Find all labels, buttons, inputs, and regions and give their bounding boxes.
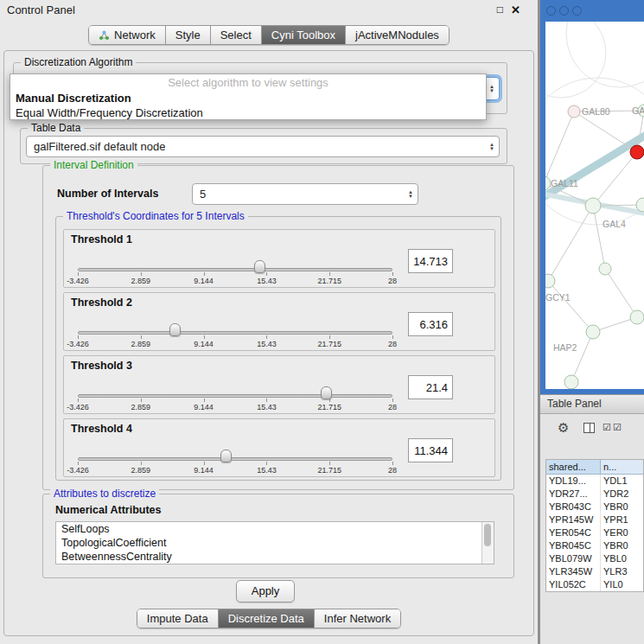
network-node[interactable]	[545, 274, 555, 288]
select-columns-checkbox-icon[interactable]: ☑	[613, 422, 622, 433]
tick-mark	[329, 335, 330, 339]
bottom-tab-segment: Impute DataDiscretize DataInfer Network	[137, 609, 401, 628]
network-edge[interactable]	[545, 112, 574, 183]
scrollbar[interactable]	[481, 522, 494, 564]
network-edge[interactable]	[548, 281, 593, 332]
thresholds-group: Threshold's Coordinates for 5 Intervals …	[55, 216, 501, 481]
tab-impute-data[interactable]: Impute Data	[137, 609, 219, 628]
slider-thumb[interactable]	[169, 323, 181, 336]
network-edge[interactable]	[574, 112, 637, 152]
table-cell-shared-name[interactable]: YPR145W	[546, 513, 601, 526]
table-row[interactable]: YLR345WYLR3	[546, 565, 643, 578]
table-cell-name[interactable]: YIL0	[601, 578, 643, 591]
attribute-item-betweennesscentrality[interactable]: BetweennessCentrality	[56, 550, 494, 564]
combo-stepper-icon: ▲ ▼	[489, 137, 494, 156]
tab-label: Discretize Data	[228, 612, 304, 625]
threshold-value-field[interactable]: 21.4	[408, 375, 453, 399]
threshold-slider-4[interactable]: -3.4262.8599.14415.4321.71528	[64, 445, 406, 476]
table-row[interactable]: YDL19...YDL1	[546, 475, 643, 488]
zoom-window-icon[interactable]	[572, 6, 582, 16]
close-panel-icon[interactable]: ✕	[511, 3, 520, 16]
table-row[interactable]: YBL079WYBL0	[546, 552, 643, 565]
tab-infer-network[interactable]: Infer Network	[315, 609, 400, 628]
table-row[interactable]: YDR27...YDR2	[546, 488, 643, 501]
column-header-name[interactable]: n...	[601, 460, 643, 475]
table-cell-shared-name[interactable]: YLR345W	[546, 565, 601, 578]
table-cell-name[interactable]: YBR0	[601, 539, 643, 552]
table-row[interactable]: YBR043CYBR0	[546, 501, 643, 513]
tab-style[interactable]: Style	[166, 26, 211, 44]
network-canvas[interactable]: GAL80GAGAL11GAL4GCY1HAP2	[545, 22, 644, 389]
network-edge[interactable]	[605, 269, 637, 317]
threshold-value-field[interactable]: 14.713	[408, 249, 453, 273]
network-edge[interactable]	[548, 206, 593, 281]
threshold-slider-1[interactable]: -3.4262.8599.14415.4321.71528	[64, 256, 406, 287]
table-cell-shared-name[interactable]: YBL079W	[546, 552, 601, 565]
threshold-value-field[interactable]: 11.344	[408, 438, 453, 462]
tab-jactivemnodules[interactable]: jActiveMNodules	[346, 26, 449, 44]
table-cell-name[interactable]: YPR1	[601, 513, 643, 526]
tab-discretize-data[interactable]: Discretize Data	[219, 609, 315, 628]
network-edge[interactable]	[571, 332, 593, 382]
table-data-combobox[interactable]: galFiltered.sif default node ▲ ▼	[26, 136, 500, 157]
table-cell-name[interactable]: YBL0	[601, 552, 643, 565]
attribute-item-topologicalcoefficient[interactable]: TopologicalCoefficient	[56, 536, 494, 550]
table-cell-shared-name[interactable]: YDL19...	[546, 475, 601, 488]
table-cell-shared-name[interactable]: YBR043C	[546, 501, 601, 513]
select-all-checkbox-icon[interactable]: ☑	[603, 422, 611, 433]
table-row[interactable]: YBR045CYBR0	[546, 539, 643, 552]
slider-thumb[interactable]	[220, 450, 232, 462]
table-cell-name[interactable]: YLR3	[601, 565, 643, 578]
numerical-attributes-list[interactable]: SelfLoopsTopologicalCoefficientBetweenne…	[55, 521, 494, 564]
table-cell-shared-name[interactable]: YIL052C	[546, 578, 601, 591]
table-cell-name[interactable]: YDR2	[601, 488, 643, 501]
group-title-attributes: Attributes to discretize	[50, 488, 159, 500]
dropdown-option-equal-width-frequency[interactable]: Equal Width/Frequency Discretization	[10, 105, 486, 120]
network-node[interactable]	[564, 375, 578, 389]
column-header-shared-name[interactable]: shared...	[546, 460, 601, 475]
tick-label: -3.426	[67, 277, 89, 285]
close-window-icon[interactable]	[546, 6, 556, 16]
slider-track	[78, 331, 392, 335]
threshold-slider-3[interactable]: -3.4262.8599.14415.4321.71528	[64, 382, 406, 413]
network-node[interactable]	[568, 105, 580, 118]
attribute-item-selfloops[interactable]: SelfLoops	[56, 522, 494, 536]
network-node[interactable]	[599, 263, 611, 275]
network-node[interactable]	[630, 145, 644, 159]
scrollbar-thumb[interactable]	[484, 524, 491, 546]
dropdown-option-manual-discretization[interactable]: Manual Discretization	[10, 91, 486, 105]
network-node[interactable]	[586, 325, 600, 339]
table-cell-name[interactable]: YDL1	[601, 475, 643, 488]
tick-label: 15.43	[257, 340, 277, 348]
network-node[interactable]	[585, 198, 601, 214]
tab-select[interactable]: Select	[211, 26, 262, 44]
network-node[interactable]	[630, 310, 644, 324]
table-cell-shared-name[interactable]: YDR27...	[546, 488, 601, 501]
gear-icon[interactable]: ⚙	[558, 420, 569, 436]
table-row[interactable]: YER054CYER0	[546, 526, 643, 539]
threshold-panel-1: Threshold 1-3.4262.8599.14415.4321.71528…	[63, 229, 495, 288]
threshold-slider-2[interactable]: -3.4262.8599.14415.4321.71528	[64, 319, 406, 350]
table-cell-shared-name[interactable]: YER054C	[546, 526, 601, 539]
apply-button[interactable]: Apply	[236, 580, 295, 603]
tab-network[interactable]: Network	[89, 26, 166, 44]
minimize-window-icon[interactable]	[559, 6, 569, 16]
tab-label: Network	[114, 29, 156, 41]
tab-cyni-toolbox[interactable]: Cyni Toolbox	[262, 26, 346, 44]
table-cell-name[interactable]: YER0	[601, 526, 643, 539]
table-cell-shared-name[interactable]: YBR045C	[546, 539, 601, 552]
threshold-value-field[interactable]: 6.316	[408, 312, 453, 336]
number-of-intervals-combobox[interactable]: 5 ▲ ▼	[192, 183, 418, 205]
table-row[interactable]: YPR145WYPR1	[546, 513, 643, 526]
tick-label: 9.144	[194, 466, 214, 475]
algorithm-dropdown-popup: Select algorithm to view settings Manual…	[10, 73, 487, 120]
table-cell-name[interactable]: YBR0	[601, 501, 643, 513]
slider-thumb[interactable]	[254, 260, 265, 273]
network-edge[interactable]	[593, 206, 605, 269]
tab-label: Cyni Toolbox	[271, 29, 335, 41]
float-window-icon[interactable]: □	[497, 3, 503, 16]
slider-thumb[interactable]	[321, 386, 332, 399]
tab-label: Infer Network	[324, 612, 391, 625]
table-row[interactable]: YIL052CYIL0	[546, 578, 643, 591]
columns-icon[interactable]	[583, 423, 595, 433]
